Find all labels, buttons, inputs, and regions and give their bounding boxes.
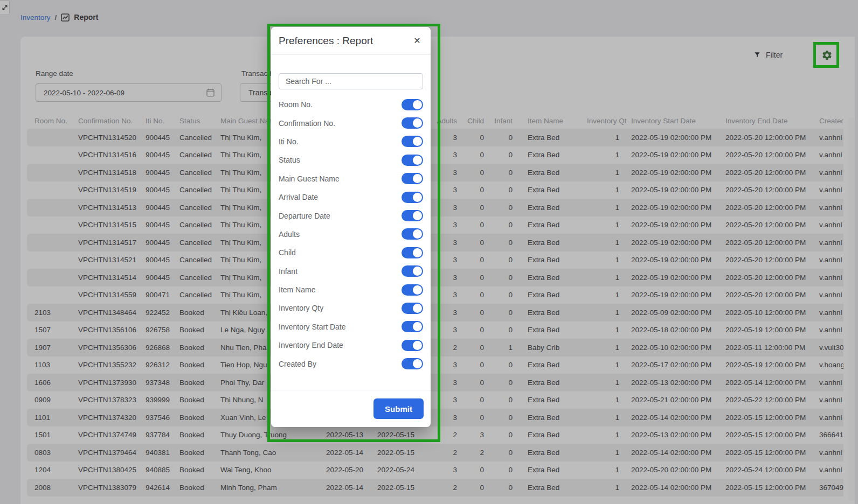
toggle-knob: [413, 174, 422, 183]
toggle-adults[interactable]: [402, 228, 423, 240]
preference-toggle-list: Room No.Confirmation No.Iti No.StatusMai…: [279, 95, 423, 373]
toggle-confirmation-no[interactable]: [402, 117, 423, 129]
toggle-knob: [413, 285, 422, 295]
toggle-knob: [413, 267, 422, 276]
toggle-departure-date[interactable]: [402, 210, 423, 221]
modal-title: Preferences : Report: [279, 35, 409, 47]
toggle-knob: [413, 229, 422, 239]
preference-label: Item Name: [279, 285, 315, 294]
preference-row-confirmation-no: Confirmation No.: [279, 114, 423, 132]
toggle-knob: [413, 118, 422, 128]
preference-label: Status: [279, 156, 300, 164]
preference-label: Arrival Date: [279, 193, 318, 201]
preference-row-iti-no: Iti No.: [279, 132, 423, 151]
toggle-inventory-qty[interactable]: [402, 303, 423, 314]
preference-row-inventory-qty: Inventory Qty: [279, 299, 423, 317]
toggle-inventory-start-date[interactable]: [402, 321, 423, 332]
toggle-status[interactable]: [402, 155, 423, 166]
preference-row-room-no: Room No.: [279, 95, 423, 114]
toggle-knob: [413, 248, 422, 257]
preference-row-child: Child: [279, 243, 423, 262]
preference-label: Inventory End Date: [279, 341, 343, 349]
toggle-inventory-end-date[interactable]: [402, 340, 423, 351]
preference-label: Inventory Start Date: [279, 323, 346, 331]
toggle-created-by[interactable]: [402, 358, 423, 369]
preference-label: Main Guest Name: [279, 174, 340, 183]
report-page: Inventory / Report Filter Range date 202…: [0, 0, 858, 504]
toggle-iti-no[interactable]: [402, 136, 423, 147]
preference-label: Adults: [279, 230, 300, 239]
toggle-arrival-date[interactable]: [402, 192, 423, 203]
preferences-modal: Preferences : Report ✕ Room No.Confirmat…: [271, 27, 431, 427]
toggle-room-no[interactable]: [402, 99, 423, 110]
toggle-knob: [413, 137, 422, 146]
modal-header: Preferences : Report ✕: [271, 27, 431, 55]
preference-row-item-name: Item Name: [279, 281, 423, 299]
toggle-knob: [413, 211, 422, 220]
submit-button[interactable]: Submit: [373, 398, 424, 419]
close-icon[interactable]: ✕: [409, 33, 425, 49]
toggle-item-name[interactable]: [402, 284, 423, 296]
preference-label: Room No.: [279, 100, 313, 109]
toggle-child[interactable]: [402, 247, 423, 258]
preference-row-main-guest-name: Main Guest Name: [279, 170, 423, 188]
toggle-knob: [413, 322, 422, 331]
toggle-infant[interactable]: [402, 265, 423, 277]
preference-row-adults: Adults: [279, 225, 423, 243]
preference-row-created-by: Created By: [279, 354, 423, 373]
preference-label: Created By: [279, 360, 316, 368]
toggle-knob: [413, 359, 422, 368]
search-input[interactable]: [279, 73, 423, 89]
preference-label: Confirmation No.: [279, 119, 335, 128]
preference-row-arrival-date: Arrival Date: [279, 188, 423, 206]
toggle-knob: [413, 100, 422, 109]
toggle-knob: [413, 304, 422, 313]
toggle-knob: [413, 341, 422, 350]
preference-row-infant: Infant: [279, 262, 423, 281]
preference-row-inventory-end-date: Inventory End Date: [279, 336, 423, 354]
modal-footer: Submit: [271, 390, 431, 427]
preference-label: Child: [279, 248, 296, 257]
toggle-main-guest-name[interactable]: [402, 173, 423, 184]
toggle-knob: [413, 156, 422, 165]
preference-label: Inventory Qty: [279, 304, 323, 312]
modal-body: Room No.Confirmation No.Iti No.StatusMai…: [271, 55, 431, 390]
preference-row-inventory-start-date: Inventory Start Date: [279, 318, 423, 336]
preference-label: Iti No.: [279, 137, 299, 146]
preference-label: Infant: [279, 267, 297, 276]
preference-row-status: Status: [279, 151, 423, 169]
preference-label: Departure Date: [279, 212, 330, 220]
toggle-knob: [413, 193, 422, 202]
preference-row-departure-date: Departure Date: [279, 206, 423, 225]
